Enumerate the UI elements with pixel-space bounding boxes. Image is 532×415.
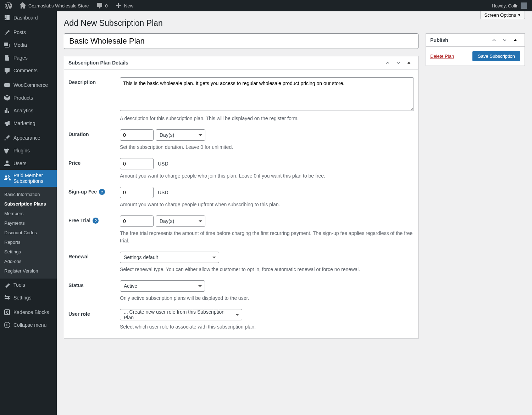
menu-dashboard[interactable]: Dashboard (0, 11, 57, 24)
submenu-subscription-plans[interactable]: Subscription Plans (0, 199, 57, 209)
user-role-help: Select which user role to associate with… (120, 323, 414, 331)
member-icon (4, 175, 11, 182)
free-trial-label: Free Trial (68, 218, 90, 223)
menu-settings[interactable]: Settings (0, 291, 57, 304)
plus-icon (115, 2, 122, 9)
renewal-label: Renewal (68, 252, 120, 273)
chevron-up-icon (385, 60, 390, 66)
user-role-select[interactable]: ... Create new user role from this Subsc… (120, 309, 242, 320)
submenu-discount-codes[interactable]: Discount Codes (0, 228, 57, 237)
duration-input[interactable] (120, 129, 154, 141)
howdy-label: Howdy, Colin (492, 3, 519, 9)
page-title: Add New Subscription Plan (64, 11, 525, 33)
toggle-panel-button[interactable] (404, 58, 414, 68)
price-input[interactable] (120, 158, 154, 169)
submenu-basic-information[interactable]: Basic Information (0, 190, 57, 199)
dashboard-icon (4, 14, 11, 21)
admin-menu: Dashboard Posts Media Pages Comments Woo… (0, 11, 57, 415)
menu-marketing[interactable]: Marketing (0, 117, 57, 130)
renewal-help: Select renewal type. You can either allo… (120, 266, 414, 273)
status-select[interactable]: Active (120, 280, 205, 292)
comments-link[interactable]: 0 (94, 2, 110, 9)
submenu-register-version[interactable]: Register Version (0, 266, 57, 276)
description-textarea[interactable]: This is the basic wholesale plan. It get… (120, 77, 414, 111)
submenu-addons[interactable]: Add-ons (0, 257, 57, 266)
kadence-icon (4, 309, 11, 316)
signup-fee-input[interactable] (120, 187, 154, 198)
duration-unit-select[interactable]: Day(s) (156, 129, 205, 141)
menu-tools[interactable]: Tools (0, 279, 57, 291)
menu-analytics[interactable]: Analytics (0, 104, 57, 117)
account-link[interactable]: Howdy, Colin (489, 2, 529, 9)
menu-collapse[interactable]: Collapse menu (0, 319, 57, 331)
free-trial-unit-select[interactable]: Day(s) (156, 215, 205, 227)
new-label: New (124, 3, 133, 9)
toggle-panel-button[interactable] (510, 35, 520, 45)
description-label: Description (68, 77, 120, 122)
submenu: Basic Information Subscription Plans Mem… (0, 187, 57, 279)
submenu-settings[interactable]: Settings (0, 247, 57, 257)
move-down-button[interactable] (500, 35, 510, 45)
brush-icon (4, 134, 11, 141)
menu-kadence-blocks[interactable]: Kadence Blocks (0, 306, 57, 319)
submenu-members[interactable]: Members (0, 209, 57, 218)
caret-down-icon: ▼ (517, 13, 521, 17)
caret-up-icon (407, 61, 411, 65)
delete-plan-link[interactable]: Delete Plan (430, 54, 454, 59)
publish-box: Publish Delete Plan Save Subscription (426, 33, 525, 66)
plan-title-input[interactable] (64, 33, 419, 49)
menu-media[interactable]: Media (0, 39, 57, 51)
admin-bar: Cozmoslabs Wholesale Store 0 New Howdy, … (0, 0, 532, 11)
signup-fee-currency: USD (158, 190, 168, 195)
screen-options-button[interactable]: Screen Options ▼ (480, 11, 525, 19)
svg-rect-0 (4, 83, 10, 87)
chevron-down-icon (502, 37, 508, 43)
description-help: A description for this subscription plan… (120, 115, 414, 122)
plug-icon (4, 147, 11, 154)
caret-up-icon (513, 38, 517, 42)
megaphone-icon (4, 120, 11, 127)
menu-appearance[interactable]: Appearance (0, 131, 57, 144)
signup-fee-help: Amount you want to charge people upfront… (120, 201, 414, 208)
signup-fee-label: Sign-up Fee (68, 189, 97, 195)
move-up-button[interactable] (489, 35, 499, 45)
wrench-icon (4, 281, 11, 288)
comment-icon (96, 2, 103, 9)
publish-box-title: Publish (430, 34, 448, 46)
menu-posts[interactable]: Posts (0, 26, 57, 39)
help-icon[interactable]: ? (93, 218, 99, 224)
new-link[interactable]: New (113, 2, 135, 9)
duration-help: Set the subscription duration. Leave 0 f… (120, 144, 414, 151)
wordpress-icon (5, 2, 12, 9)
chevron-down-icon (395, 60, 401, 66)
submenu-payments[interactable]: Payments (0, 218, 57, 228)
move-up-button[interactable] (383, 58, 393, 68)
help-icon[interactable]: ? (99, 189, 105, 195)
price-label: Price (68, 158, 120, 180)
woo-icon (4, 82, 11, 89)
pin-icon (4, 29, 11, 36)
menu-users[interactable]: Users (0, 157, 57, 170)
wp-logo[interactable] (3, 2, 14, 9)
svg-point-2 (4, 322, 10, 328)
site-link[interactable]: Cozmoslabs Wholesale Store (17, 2, 91, 9)
home-icon (19, 2, 26, 9)
renewal-select[interactable]: Settings default (120, 252, 219, 263)
price-currency: USD (158, 161, 168, 167)
free-trial-input[interactable] (120, 215, 154, 227)
menu-plugins[interactable]: Plugins (0, 144, 57, 157)
subscription-plan-details-box: Subscription Plan Details Description Th… (64, 56, 419, 339)
menu-comments[interactable]: Comments (0, 64, 57, 77)
user-role-label: User role (68, 309, 120, 331)
price-help: Amount you want to charge people who joi… (120, 172, 414, 180)
menu-pages[interactable]: Pages (0, 51, 57, 64)
status-label: Status (68, 280, 120, 302)
menu-products[interactable]: Products (0, 91, 57, 104)
move-down-button[interactable] (393, 58, 403, 68)
submenu-reports[interactable]: Reports (0, 237, 57, 247)
menu-woocommerce[interactable]: WooCommerce (0, 79, 57, 91)
save-subscription-button[interactable]: Save Subscription (472, 51, 520, 61)
products-icon (4, 94, 11, 101)
menu-paid-member-subscriptions[interactable]: Paid Member Subscriptions (0, 170, 57, 187)
collapse-icon (4, 321, 11, 329)
